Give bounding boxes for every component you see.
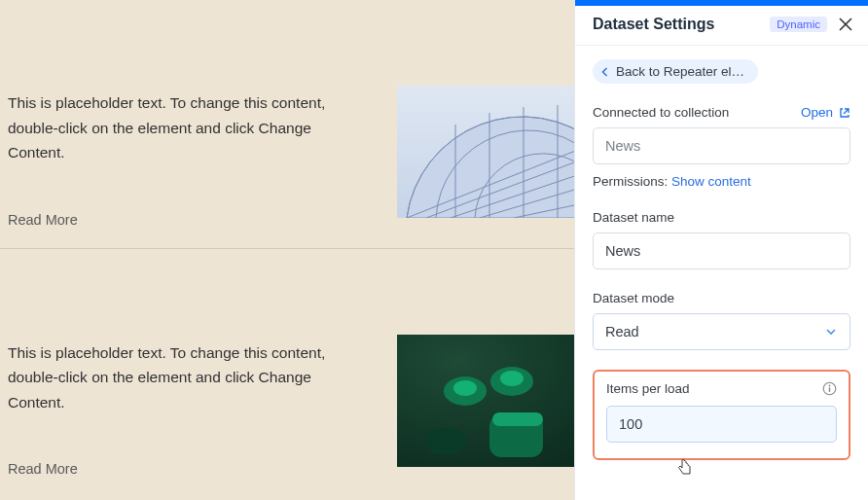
dataset-mode-select[interactable]: Read xyxy=(593,313,850,350)
items-per-load-input[interactable] xyxy=(606,406,837,443)
back-button[interactable]: Back to Repeater ele… xyxy=(593,59,758,84)
chevron-down-icon xyxy=(824,325,838,339)
settings-panel: Dataset Settings Dynamic Back to Repeate… xyxy=(574,0,868,500)
permissions-label: Permissions: xyxy=(593,174,668,189)
read-more-link[interactable]: Read More xyxy=(8,461,339,477)
svg-rect-23 xyxy=(829,387,830,392)
chevron-left-icon xyxy=(600,67,610,77)
permissions-link[interactable]: Show content xyxy=(671,174,751,189)
panel-header: Dataset Settings Dynamic xyxy=(575,6,868,46)
repeater-item: This is placeholder text. To change this… xyxy=(0,249,574,498)
placeholder-text[interactable]: This is placeholder text. To change this… xyxy=(8,340,339,415)
svg-point-14 xyxy=(500,371,524,386)
dynamic-badge: Dynamic xyxy=(770,17,827,32)
repeater-canvas: This is placeholder text. To change this… xyxy=(0,0,574,500)
svg-point-17 xyxy=(424,428,467,455)
connected-label: Connected to collection xyxy=(593,105,729,120)
external-link-icon xyxy=(839,107,850,119)
dataset-name-label: Dataset name xyxy=(593,210,850,225)
read-more-link[interactable]: Read More xyxy=(8,212,339,228)
svg-point-22 xyxy=(829,385,831,387)
svg-point-13 xyxy=(453,380,477,396)
info-icon[interactable] xyxy=(822,381,837,396)
items-per-load-section: Items per load xyxy=(593,370,850,460)
connected-collection-field[interactable]: News xyxy=(593,127,850,164)
dataset-mode-label: Dataset mode xyxy=(593,291,850,305)
svg-line-20 xyxy=(844,109,849,114)
repeater-item: This is placeholder text. To change this… xyxy=(0,0,574,249)
panel-title: Dataset Settings xyxy=(593,16,714,33)
back-label: Back to Repeater ele… xyxy=(616,64,746,79)
open-collection-link[interactable]: Open xyxy=(801,105,850,120)
items-per-load-label: Items per load xyxy=(606,381,690,396)
item-image[interactable] xyxy=(397,335,597,467)
dataset-mode-value: Read xyxy=(605,324,639,339)
close-icon[interactable] xyxy=(839,18,852,31)
dataset-name-input[interactable] xyxy=(593,232,850,269)
svg-rect-16 xyxy=(492,412,543,426)
item-image[interactable] xyxy=(397,86,597,218)
open-text: Open xyxy=(801,105,833,120)
placeholder-text[interactable]: This is placeholder text. To change this… xyxy=(8,90,339,165)
connected-value: News xyxy=(605,138,640,154)
